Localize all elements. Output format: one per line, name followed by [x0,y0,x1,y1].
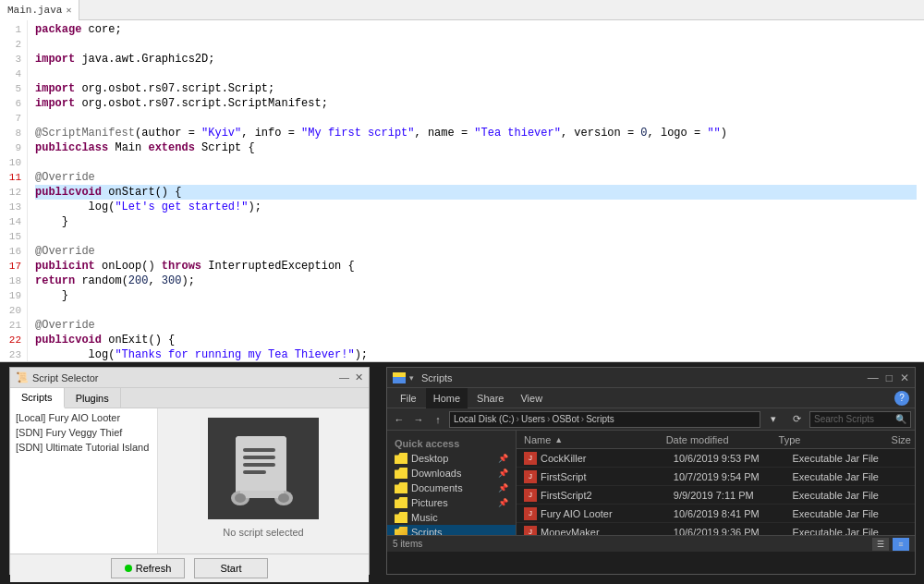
file-row[interactable]: JCockKiller10/6/2019 9:53 PMExecutable J… [517,449,915,468]
fe-status-text: 5 items [393,539,422,549]
fe-sidebar: Quick accessDesktop📌Downloads📌Documents📌… [387,431,517,535]
fe-close-icon[interactable]: ✕ [900,371,909,384]
folder-icon [395,453,407,464]
tab-scripts[interactable]: Scripts [10,388,65,408]
fe-file-rows: JCockKiller10/6/2019 9:53 PMExecutable J… [517,449,915,535]
search-icon: 🔍 [895,414,906,424]
svg-rect-4 [243,463,275,467]
file-explorer-panel: ▾ Scripts — □ ✕ File Home Share View ? ←… [386,367,916,575]
tab-label: Main.java [7,5,62,16]
editor-tab-main[interactable]: Main.java ✕ [0,0,79,20]
breadcrumb[interactable]: Local Disk (C:) › Users › OSBot › Script… [449,411,760,428]
col-type[interactable]: Type [775,431,888,448]
fe-maximize-icon[interactable]: □ [886,371,893,384]
breadcrumb-arrow-2: › [547,414,550,424]
ribbon-tab-home[interactable]: Home [426,388,468,408]
jar-file-icon: J [524,489,537,502]
fe-nav-bar: ← → ↑ Local Disk (C:) › Users › OSBot › … [387,408,915,431]
col-size[interactable]: Size [888,431,915,448]
sidebar-section-label: Quick access [387,434,516,451]
script-selector-title: Script Selector [32,372,99,383]
code-line-17: public int onLoop() throws InterruptedEx… [35,259,917,274]
sidebar-item-desktop[interactable]: Desktop📌 [387,451,516,466]
code-line-3: import java.awt.Graphics2D; [35,52,917,67]
sort-arrow-icon: ▲ [554,435,563,444]
nav-forward-button[interactable]: → [410,411,427,428]
script-list-item[interactable]: [Local] Fury AIO Looter [10,410,157,425]
script-list-item[interactable]: [SDN] Ultimate Tutorial Island [10,440,157,455]
ribbon-tab-view[interactable]: View [513,388,550,408]
ribbon-tab-file[interactable]: File [393,388,424,408]
code-line-4 [35,67,917,81]
code-line-12: public void onStart() { [35,185,917,200]
fe-minimize-icon[interactable]: — [868,371,879,384]
ribbon-tab-share[interactable]: Share [469,388,511,408]
file-name: JFury AIO Looter [517,507,670,520]
svg-rect-3 [243,456,275,459]
file-type: Executable Jar File [788,490,907,501]
nav-back-button[interactable]: ← [391,411,407,428]
close-icon[interactable]: ✕ [355,371,363,383]
file-explorer-ribbon: File Home Share View ? [387,388,915,408]
refresh-button[interactable]: Refresh [111,558,185,578]
svg-rect-2 [243,448,275,452]
minimize-icon[interactable]: — [339,371,349,383]
tab-plugins[interactable]: Plugins [65,388,121,408]
editor-tab-bar: Main.java ✕ [0,0,924,20]
help-circle-button[interactable]: ? [894,391,909,406]
fe-file-list: Name ▲ Date modified Type Size JCockKill… [517,431,915,535]
script-icon-area [208,418,319,519]
fe-view-controls: ☰ ≡ [872,538,909,551]
col-date[interactable]: Date modified [663,431,775,448]
file-date: 10/6/2019 9:53 PM [670,453,789,464]
sidebar-item-label: Scripts [411,527,443,535]
file-type: Executable Jar File [788,508,907,519]
list-view-button[interactable]: ☰ [872,538,889,551]
file-row[interactable]: JFury AIO Looter10/6/2019 8:41 PMExecuta… [517,505,915,523]
sidebar-item-scripts[interactable]: Scripts [387,525,516,535]
tab-close-icon[interactable]: ✕ [66,5,71,16]
breadcrumb-users: Users [521,414,545,424]
breadcrumb-scripts: Scripts [586,414,614,424]
start-button[interactable]: Start [194,558,268,578]
svg-rect-8 [240,491,284,498]
sidebar-item-downloads[interactable]: Downloads📌 [387,466,516,481]
script-selector-icon: 📜 [16,371,29,383]
file-row[interactable]: JMoneyMaker10/6/2019 9:36 PMExecutable J… [517,523,915,535]
file-row[interactable]: JFirstScript29/9/2019 7:11 PMExecutable … [517,486,915,505]
fe-main-area: Quick accessDesktop📌Downloads📌Documents📌… [387,431,915,535]
code-line-20 [35,303,917,318]
sidebar-item-documents[interactable]: Documents📌 [387,481,516,495]
detail-view-button[interactable]: ≡ [893,538,909,551]
refresh-label: Refresh [136,563,172,574]
nav-up-button[interactable]: ↑ [430,411,446,428]
code-content[interactable]: package core; import java.awt.Graphics2D… [28,20,924,361]
nav-dropdown-button[interactable]: ▾ [763,411,784,428]
sidebar-item-music[interactable]: Music [387,510,516,525]
breadcrumb-local-disk: Local Disk (C:) [454,414,515,424]
script-preview: No script selected [158,408,369,554]
search-bar[interactable]: Search Scripts 🔍 [809,411,911,428]
file-row[interactable]: JFirstScript10/7/2019 9:54 PMExecutable … [517,468,915,486]
folder-icon [393,372,406,383]
nav-refresh-button[interactable]: ⟳ [786,411,807,428]
code-line-18: return random(200, 300); [35,274,917,288]
code-container: 1234567891011121314151617181920212223242… [0,20,924,361]
breadcrumb-arrow-3: › [581,414,584,424]
code-line-19: } [35,288,917,303]
start-label: Start [220,563,241,574]
file-name: JCockKiller [517,452,670,465]
folder-arrow-icon: ▾ [409,373,414,383]
script-list-item[interactable]: [SDN] Fury Veggy Thief [10,425,157,440]
svg-point-9 [235,493,246,503]
sidebar-item-label: Downloads [411,468,461,479]
jar-file-icon: J [524,526,537,536]
script-selector-panel: 📜 Script Selector — ✕ Scripts Plugins [L… [9,367,370,575]
code-line-16: @Override [35,244,917,259]
script-selector-title-bar: 📜 Script Selector — ✕ [10,368,369,388]
file-name: JFirstScript [517,470,670,483]
col-name[interactable]: Name ▲ [517,431,663,448]
file-type: Executable Jar File [788,453,907,464]
search-placeholder: Search Scripts [814,414,874,424]
sidebar-item-pictures[interactable]: Pictures📌 [387,495,516,510]
